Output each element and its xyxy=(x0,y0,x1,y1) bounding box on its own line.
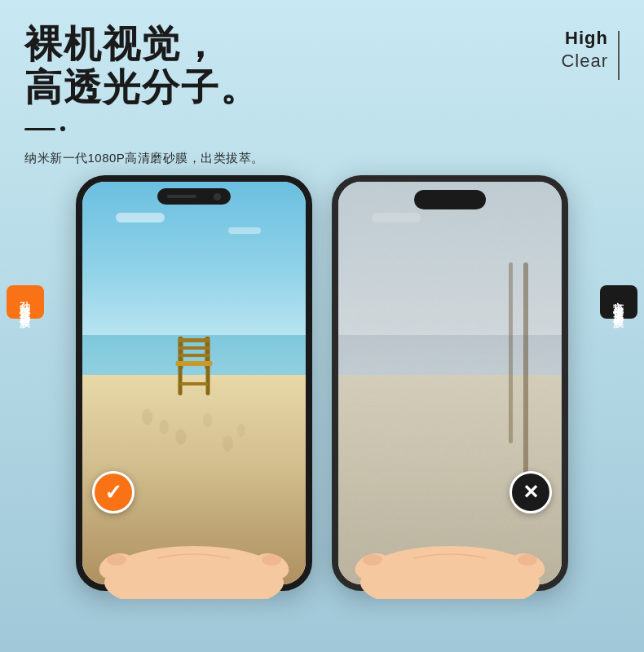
label-clear: Clear xyxy=(561,51,608,72)
x-badge: ✕ xyxy=(509,471,552,513)
right-badge: 市场普通磨砂膜 xyxy=(600,285,637,319)
phones-row: ✓ xyxy=(0,175,644,652)
left-phone-unit: ✓ xyxy=(76,175,312,591)
left-badge-text: 劲林进口磨砂膜 xyxy=(17,293,33,311)
right-phone-unit: ✕ xyxy=(332,175,568,591)
top-right-labels: High Clear xyxy=(561,28,620,80)
left-badge: 劲林进口磨砂膜 xyxy=(7,285,44,319)
main-title: 裸机视觉， 高透光分子。 xyxy=(24,23,259,109)
check-mark: ✓ xyxy=(104,482,122,503)
svg-point-23 xyxy=(368,546,532,595)
svg-rect-4 xyxy=(179,354,210,357)
svg-rect-3 xyxy=(179,346,210,350)
label-high: High xyxy=(565,28,608,49)
svg-point-27 xyxy=(518,554,537,566)
svg-point-20 xyxy=(262,554,281,566)
title-line1: 裸机视觉， xyxy=(24,23,220,65)
sky-left xyxy=(82,182,306,335)
svg-point-11 xyxy=(175,429,186,445)
svg-point-26 xyxy=(363,554,382,566)
svg-point-10 xyxy=(159,419,169,434)
vertical-divider xyxy=(618,31,620,80)
section-marker xyxy=(24,126,65,131)
title-line2: 高透光分子。 xyxy=(24,66,259,108)
svg-rect-5 xyxy=(176,361,213,366)
svg-point-19 xyxy=(107,554,126,566)
svg-point-14 xyxy=(237,423,245,436)
high-clear-block: High Clear xyxy=(561,28,608,72)
notch-camera xyxy=(214,193,221,200)
notch-speaker xyxy=(167,195,196,198)
dash-dot xyxy=(60,126,65,131)
dash-line xyxy=(24,128,55,130)
cloud2 xyxy=(228,227,261,234)
cloud1 xyxy=(116,213,165,222)
svg-point-16 xyxy=(112,546,276,595)
pole-right xyxy=(523,262,528,484)
svg-rect-2 xyxy=(179,338,210,342)
right-phone-island xyxy=(414,190,486,209)
main-title-block: 裸机视觉， 高透光分子。 xyxy=(24,23,259,109)
left-phone-notch xyxy=(157,188,231,205)
svg-point-9 xyxy=(142,408,152,425)
pole-right2 xyxy=(509,262,513,443)
svg-point-13 xyxy=(223,435,233,452)
svg-rect-7 xyxy=(206,366,210,395)
svg-rect-6 xyxy=(179,366,183,395)
svg-point-12 xyxy=(203,412,213,427)
svg-rect-8 xyxy=(180,382,209,385)
check-badge: ✓ xyxy=(92,471,135,513)
x-mark: ✕ xyxy=(523,482,539,502)
subtitle: 纳米新一代1080P高清磨砂膜，出类拔萃。 xyxy=(24,151,264,166)
chair-left xyxy=(172,335,217,400)
page-container: 裸机视觉， 高透光分子。 High Clear 纳米新一代1080P高清磨砂膜，… xyxy=(0,0,644,652)
right-badge-text: 市场普通磨砂膜 xyxy=(611,293,627,311)
top-section: 裸机视觉， 高透光分子。 High Clear xyxy=(0,0,644,109)
